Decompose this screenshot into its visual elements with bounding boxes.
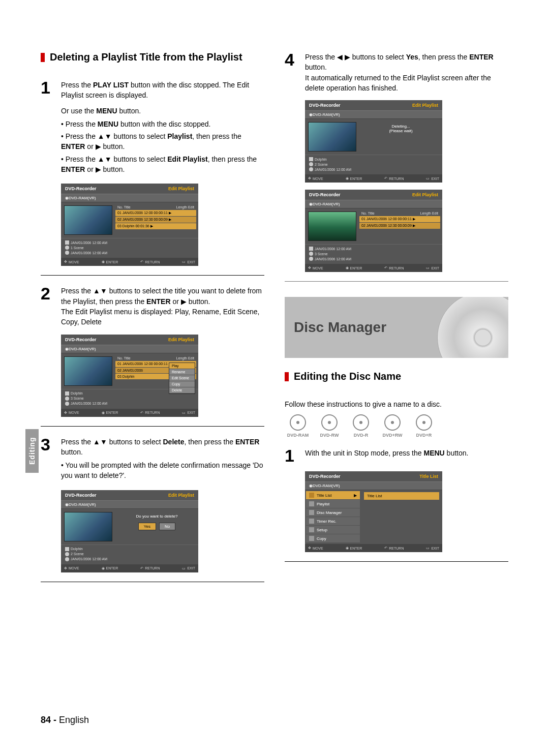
context-menu: Play Rename Edit Scene Copy Delete [169, 362, 195, 394]
t: DVD-RAM [287, 433, 309, 438]
t: or ▶ button. [85, 165, 125, 173]
move-hint: ✥ MOVE [64, 260, 79, 264]
scene-icon [309, 252, 313, 256]
disc-icon [321, 414, 338, 431]
divider [285, 561, 508, 562]
exit-hint: ▭ EXIT [182, 260, 195, 264]
clock-icon [309, 257, 313, 261]
ss-meta: JAN/01/2006 12:00 AM 1 Scene JAN/01/2006… [61, 238, 198, 258]
t: Dolphin [71, 391, 83, 395]
t: DVD-RAM(VR) [313, 483, 340, 488]
t: MENU [96, 107, 117, 115]
t: Yes [406, 53, 418, 61]
step-num-1b: 1 [285, 447, 299, 464]
divider [285, 281, 508, 282]
disc-type-plusr: DVD+R [411, 414, 437, 438]
t: Playlist [167, 132, 192, 140]
list-row: 01 JAN/01/2006 12:00 00:00:11 ▶ [115, 210, 196, 216]
disc-icon [290, 414, 306, 431]
t: The Edit Playlist menu is displayed: Pla… [61, 308, 259, 326]
t: DVD-RAM(VR) [313, 112, 340, 117]
ctx-rename: Rename [169, 369, 195, 375]
t: MENU [423, 449, 444, 457]
t: Title List [367, 494, 382, 498]
page-lang: English [59, 715, 89, 725]
t: JAN/01/2006 12:00 AM [71, 557, 107, 561]
screenshot-edit-playlist-ctx: DVD-RecorderEdit Playlist ◉ DVD-RAM(VR) … [61, 335, 198, 417]
menu-setup: Setup [306, 526, 360, 534]
scene-icon [65, 397, 69, 401]
disc-icon [384, 414, 401, 431]
ss-title: DVD-Recorder [309, 103, 341, 108]
t: It automatically returned to the Edit Pl… [305, 74, 491, 92]
t: No. Title [361, 211, 420, 215]
screenshot-after-delete: DVD-RecorderEdit Playlist ◉ DVD-RAM(VR) … [305, 190, 442, 272]
t: Or use the [61, 107, 96, 115]
banner-title: Disc Manager [294, 319, 386, 336]
t: JAN/01/2006 12:00 AM [71, 402, 107, 405]
step-1: 1 Press the PLAY LIST button with the di… [41, 79, 264, 176]
menu-disc-manager: Disc Manager [306, 508, 360, 517]
step-2: 2 Press the ▲▼ buttons to select the tit… [41, 285, 264, 327]
disc-icon [416, 414, 432, 431]
ctx-editscene: Edit Scene [169, 375, 195, 381]
ctx-copy: Copy [169, 381, 195, 387]
t: MENU [98, 120, 118, 128]
divider [41, 582, 264, 582]
left-column: Deleting a Playlist Title from the Playl… [41, 51, 264, 591]
menu-title-list: Title List▶ [306, 491, 360, 499]
ss-mode: Edit Playlist [168, 493, 194, 498]
list-row: 02 JAN/01/2006 12:30 00:00:09 ▶ [359, 223, 440, 229]
main-menu: Title List▶ Playlist Disc Manager Timer … [305, 490, 361, 544]
t: Press the ◀ ▶ buttons to select [305, 53, 406, 61]
t: ENTER [469, 53, 493, 61]
side-tab-editing: Editing [25, 429, 39, 473]
bullet: • You will be prompted with the delete c… [61, 460, 264, 481]
step-num-1: 1 [41, 79, 55, 96]
t: or ▶ button. [85, 142, 125, 150]
step-3-text: Press the ▲▼ buttons to select Delete, t… [61, 436, 264, 483]
calendar-icon [65, 547, 69, 551]
ss-title: DVD-Recorder [309, 474, 341, 479]
calendar-icon [309, 247, 313, 251]
menu-timer-rec: Timer Rec. [306, 517, 360, 525]
red-bar-icon [41, 53, 45, 62]
red-bar-icon [285, 372, 289, 381]
t: , then press the [418, 53, 469, 61]
ss-title: DVD-Recorder [65, 186, 97, 191]
t: Playlist [317, 502, 329, 506]
heading-deleting: Deleting a Playlist Title from the Playl… [41, 51, 264, 64]
step-3: 3 Press the ▲▼ buttons to select Delete,… [41, 436, 264, 483]
clock-icon [65, 251, 69, 255]
calendar-icon [309, 157, 313, 161]
t: ENTER [61, 142, 85, 150]
t: JAN/01/2006 12:00 AM [315, 168, 351, 171]
t: With the unit in Stop mode, press the [305, 449, 423, 457]
list-row: 03 Dolphin 00:01:36 ▶ [115, 223, 196, 229]
divider [41, 275, 264, 276]
t: Disc Manager [317, 510, 342, 515]
t: DVD+R [416, 433, 432, 438]
ss-mode: Edit Playlist [412, 103, 438, 108]
t: Delete [163, 438, 184, 446]
gear-icon [309, 527, 314, 532]
step-4: 4 Press the ◀ ▶ buttons to select Yes, t… [285, 51, 508, 93]
t: button. [61, 448, 83, 456]
t: JAN/01/2006 12:00 AM [315, 257, 351, 261]
disc-icon [309, 510, 314, 515]
scene-icon [65, 552, 69, 556]
ss-sub: ◉ DVD-RAM(VR) [61, 194, 198, 202]
t: ENTER [61, 165, 85, 173]
bullet: • Press the MENU button with the disc st… [61, 119, 264, 129]
calendar-icon [65, 391, 69, 396]
step-num-3: 3 [41, 436, 55, 453]
disc-manager-banner: Disc Manager [285, 297, 508, 358]
playlist-icon [309, 501, 314, 506]
right-column: 4 Press the ◀ ▶ buttons to select Yes, t… [285, 51, 508, 591]
no-button: No [159, 523, 175, 530]
bullet: • Press the ▲▼ buttons to select Playlis… [61, 131, 264, 152]
disc-type-rw: DVD-RW [316, 414, 343, 438]
ss-sub: ◉ DVD-RAM(VR) [61, 345, 198, 353]
t: (Please wait) [361, 129, 440, 133]
t: DVD-R [354, 433, 369, 438]
